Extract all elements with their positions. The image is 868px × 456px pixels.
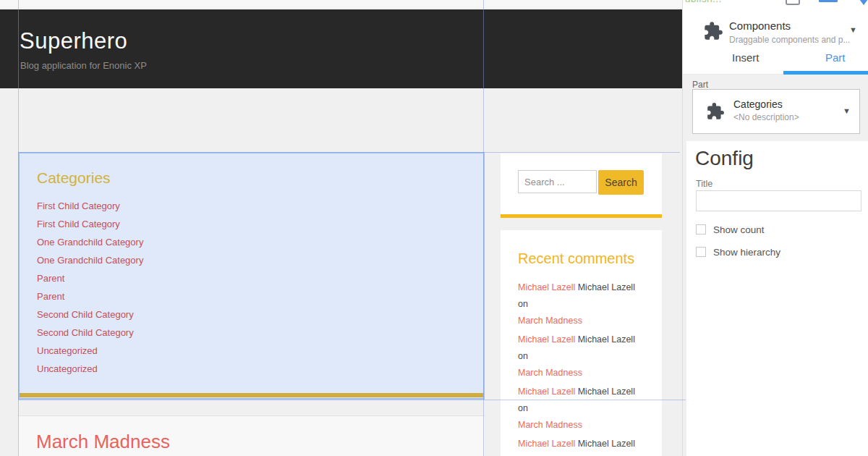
comment-item: Michael Lazell Michael Lazell on March M… [518, 332, 647, 381]
tab-insert[interactable]: Insert [732, 51, 760, 64]
category-link[interactable]: First Child Category [37, 215, 143, 233]
search-input[interactable] [518, 170, 597, 193]
recent-comments-title: Recent comments [518, 250, 634, 267]
category-link[interactable]: Second Child Category [37, 305, 143, 324]
checkbox-icon[interactable] [696, 247, 706, 257]
comment-author-link[interactable]: Michael Lazell [518, 334, 575, 345]
download-arrow-icon[interactable] [855, 0, 868, 5]
blog-post-section: March Madness [18, 415, 485, 456]
comment-item: Michael Lazell Michael Lazell on March M… [518, 384, 647, 434]
recent-comments-widget: Recent comments Michael Lazell Michael L… [501, 230, 662, 456]
comment-post-link[interactable]: March Madness [518, 365, 647, 381]
site-title: Superhero [20, 28, 127, 54]
page-preview: Superhero Blog application for Enonic XP… [0, 9, 682, 456]
comment-post-link[interactable]: March Madness [518, 313, 647, 329]
comment-author-link[interactable]: Michael Lazell [518, 387, 575, 397]
selected-part-name: Categories [733, 98, 783, 110]
page-editor: Publish... Superhero Blog application fo… [0, 0, 868, 456]
inspector-title: Components [729, 20, 791, 32]
comment-author-link[interactable]: Michael Lazell [518, 282, 575, 292]
search-widget: Search [501, 153, 662, 214]
category-link[interactable]: One Grandchild Category [37, 233, 143, 251]
category-link[interactable]: Second Child Category [37, 324, 143, 342]
checkbox-label: Show count [713, 224, 765, 235]
components-inspector-panel: Components Draggable components and p...… [682, 9, 868, 456]
comment-post-link[interactable]: March Madness [518, 417, 647, 434]
category-link[interactable]: Uncategorized [37, 360, 143, 378]
chevron-down-icon[interactable]: ▼ [849, 25, 857, 34]
category-link[interactable]: Parent [37, 269, 143, 287]
site-subtitle: Blog application for Enonic XP [20, 60, 147, 71]
card-icon[interactable] [786, 0, 800, 5]
active-tab-indicator [783, 71, 868, 75]
device-preview-icon[interactable] [819, 0, 838, 5]
chevron-down-icon[interactable]: ▼ [843, 106, 851, 115]
device-base [819, 0, 838, 2]
category-link[interactable]: Parent [37, 287, 143, 305]
categories-list: First Child Category First Child Categor… [37, 197, 143, 378]
part-section-label: Part [692, 80, 708, 90]
category-link[interactable]: First Child Category [37, 197, 143, 215]
tab-part[interactable]: Part [825, 51, 846, 64]
comment-item: Michael Lazell Michael Lazell on March M… [518, 436, 647, 456]
categories-widget-title: Categories [37, 169, 111, 187]
site-header: Superhero Blog application for Enonic XP [0, 9, 682, 88]
search-divider-bar [501, 214, 662, 218]
comment-author-link[interactable]: Michael Lazell [518, 439, 575, 449]
toolbar-fragment-right: Publish... [682, 0, 868, 9]
selected-part-description: <No description> [733, 112, 799, 122]
search-button[interactable]: Search [598, 170, 644, 195]
category-link[interactable]: Uncategorized [37, 342, 143, 360]
puzzle-icon [706, 102, 725, 121]
category-link[interactable]: One Grandchild Category [37, 251, 143, 269]
title-field-input[interactable] [696, 190, 861, 211]
config-form: Config Title Show count Show hierarchy [686, 141, 868, 456]
checkbox-label: Show hierarchy [713, 247, 780, 258]
publish-button[interactable]: Publish... [682, 0, 722, 4]
inspector-header: Components Draggable components and p...… [683, 9, 868, 75]
comments-list: Michael Lazell Michael Lazell on March M… [518, 279, 647, 456]
comment-item: Michael Lazell Michael Lazell on March M… [518, 279, 647, 329]
categories-part-selected[interactable]: Categories First Child Category First Ch… [18, 152, 485, 400]
title-field-label: Title [696, 179, 712, 189]
puzzle-icon [703, 21, 723, 41]
part-selector-dropdown[interactable]: Categories <No description> ▼ [692, 89, 860, 134]
post-title-link[interactable]: March Madness [36, 431, 170, 453]
checkbox-icon[interactable] [696, 224, 706, 235]
config-title: Config [695, 147, 754, 170]
inspector-subtitle: Draggable components and p... [729, 35, 850, 45]
toolbar-fragment [0, 0, 682, 9]
categories-divider-bar [20, 393, 483, 397]
